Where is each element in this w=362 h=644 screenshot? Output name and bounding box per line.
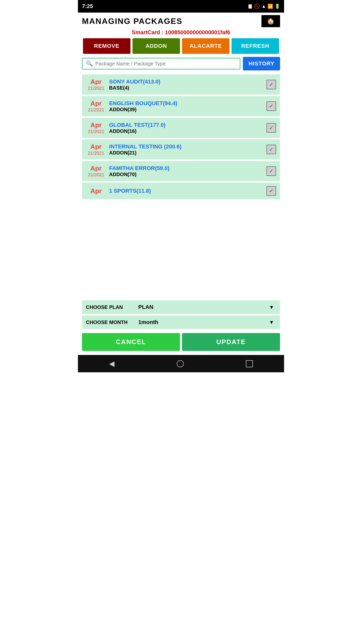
package-type: ADDON(70) — [109, 172, 263, 177]
list-item: Apr 21/2021 SONY AUDIT(413.0) BASE(4) ✓ — [82, 74, 280, 95]
package-name: SONY AUDIT(413.0) — [109, 78, 263, 85]
choose-plan-row: CHOOSE PLAN PLAN ▼ — [82, 300, 280, 314]
package-name: INTERNAL TESTING (200.6) — [109, 143, 263, 150]
action-buttons: REMOVE ADDON ALACARTE REFRESH — [78, 38, 284, 57]
package-checkbox[interactable]: ✓ — [266, 123, 276, 133]
battery-icon: 🔋 — [275, 4, 280, 9]
package-name: 1 SPORTS(11.8) — [109, 188, 263, 194]
package-info: ENGLISH BOUQUET(94.4) ADDON(39) — [109, 100, 263, 112]
package-info: INTERNAL TESTING (200.6) ADDON(21) — [109, 143, 263, 156]
choose-month-label: CHOOSE MONTH — [86, 319, 136, 325]
choose-plan-select[interactable]: PLAN ▼ — [136, 304, 276, 310]
package-checkbox[interactable]: ✓ — [266, 166, 276, 176]
choose-month-row: CHOOSE MONTH 1month ▼ — [82, 315, 280, 329]
package-checkbox[interactable]: ✓ — [266, 186, 276, 196]
choose-month-select[interactable]: 1month ▼ — [136, 319, 276, 326]
list-item: Apr 21/2021 ENGLISH BOUQUET(94.4) ADDON(… — [82, 96, 280, 116]
action-row: CANCEL UPDATE — [78, 331, 284, 355]
plan-dropdown-arrow: ▼ — [269, 304, 274, 310]
history-button[interactable]: HISTORY — [243, 57, 280, 70]
list-item: Apr 21/2021 FAMITHA ERROR(59.0) ADDON(70… — [82, 161, 280, 181]
package-month: Apr — [86, 187, 106, 195]
package-month: Apr — [86, 143, 106, 151]
package-name: FAMITHA ERROR(59.0) — [109, 165, 263, 172]
search-input[interactable] — [95, 61, 236, 67]
package-info: 1 SPORTS(11.8) — [109, 188, 263, 194]
update-button[interactable]: UPDATE — [182, 333, 280, 351]
package-day: 21/2021 — [86, 172, 106, 178]
block-icon: 🚫 — [254, 4, 260, 9]
smartcard-label: SmartCard : — [132, 29, 163, 35]
package-month: Apr — [86, 100, 106, 107]
wifi-icon: ▲ — [261, 4, 266, 9]
status-icons: 📋 🚫 ▲ 📶 🔋 — [247, 4, 280, 9]
sim-icon: 📋 — [247, 4, 253, 9]
bottom-nav: ◀ — [78, 355, 284, 372]
home-button[interactable]: 🏠 — [261, 15, 280, 27]
signal-icon: 📶 — [267, 4, 273, 9]
package-date: Apr 21/2021 — [86, 100, 106, 113]
bottom-controls: CHOOSE PLAN PLAN ▼ CHOOSE MONTH 1month ▼ — [78, 298, 284, 331]
package-day: 21/2021 — [86, 107, 106, 113]
package-date: Apr 21/2021 — [86, 121, 106, 134]
month-value: 1month — [138, 319, 158, 326]
home-nav-button[interactable] — [177, 360, 184, 367]
package-checkbox[interactable]: ✓ — [266, 145, 276, 154]
recents-button[interactable] — [246, 360, 253, 367]
list-item: Apr 1 SPORTS(11.8) ✓ — [82, 183, 280, 199]
package-name: GLOBAL TEST(177.0) — [109, 122, 263, 128]
package-info: GLOBAL TEST(177.0) ADDON(16) — [109, 122, 263, 134]
status-time: 7:25 — [82, 3, 93, 10]
package-month: Apr — [86, 78, 106, 86]
package-info: SONY AUDIT(413.0) BASE(4) — [109, 78, 263, 91]
home-icon: 🏠 — [267, 18, 275, 25]
packages-list: Apr 21/2021 SONY AUDIT(413.0) BASE(4) ✓ … — [78, 74, 284, 298]
package-month: Apr — [86, 121, 106, 129]
package-date: Apr 21/2021 — [86, 143, 106, 156]
plan-value: PLAN — [138, 304, 153, 310]
remove-button[interactable]: REMOVE — [83, 38, 130, 54]
choose-plan-label: CHOOSE PLAN — [86, 304, 136, 310]
package-day: 21/2021 — [86, 151, 106, 156]
package-date: Apr — [86, 187, 106, 195]
package-type: ADDON(39) — [109, 107, 263, 112]
back-button[interactable]: ◀ — [109, 359, 115, 368]
package-checkbox[interactable]: ✓ — [266, 80, 276, 89]
month-dropdown-arrow: ▼ — [269, 319, 274, 325]
package-month: Apr — [86, 165, 106, 172]
smartcard-row: SmartCard : 100850000000000001faf6 — [78, 28, 284, 38]
page-title: MANAGING PACKAGES — [82, 17, 183, 26]
search-box: 🔍 — [82, 58, 240, 69]
package-info: FAMITHA ERROR(59.0) ADDON(70) — [109, 165, 263, 177]
smartcard-value: 100850000000000001faf6 — [165, 29, 230, 35]
package-date: Apr 21/2021 — [86, 165, 106, 178]
package-name: ENGLISH BOUQUET(94.4) — [109, 100, 263, 107]
header: MANAGING PACKAGES 🏠 — [78, 13, 284, 28]
search-row: 🔍 HISTORY — [78, 57, 284, 74]
package-type: ADDON(16) — [109, 128, 263, 134]
package-checkbox[interactable]: ✓ — [266, 101, 276, 111]
addon-button[interactable]: ADDON — [132, 38, 180, 54]
package-type: ADDON(21) — [109, 150, 263, 156]
list-item: Apr 21/2021 GLOBAL TEST(177.0) ADDON(16)… — [82, 118, 280, 138]
package-date: Apr 21/2021 — [86, 78, 106, 91]
package-type: BASE(4) — [109, 85, 263, 91]
status-bar: 7:25 📋 🚫 ▲ 📶 🔋 — [78, 0, 284, 13]
refresh-button[interactable]: REFRESH — [232, 38, 279, 54]
list-item: Apr 21/2021 INTERNAL TESTING (200.6) ADD… — [82, 139, 280, 159]
search-icon: 🔍 — [86, 60, 93, 67]
package-day: 21/2021 — [86, 86, 106, 91]
alacarte-button[interactable]: ALACARTE — [182, 38, 230, 54]
package-day: 21/2021 — [86, 129, 106, 134]
cancel-button[interactable]: CANCEL — [82, 333, 180, 351]
